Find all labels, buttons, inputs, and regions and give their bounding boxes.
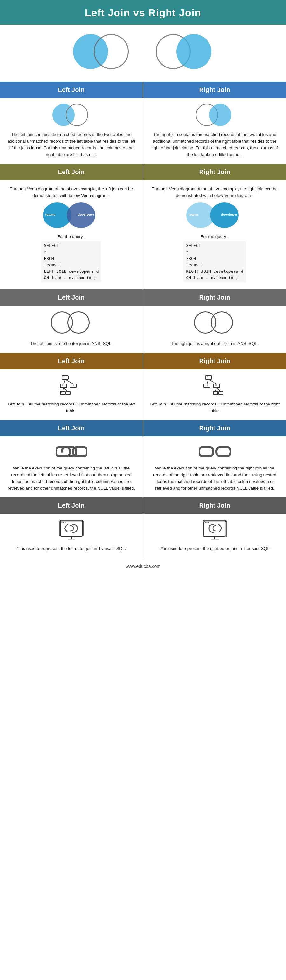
svg-rect-1 <box>60 384 67 388</box>
section-6-header: Left Join Right Join <box>0 498 286 514</box>
section-4-right-label: Right Join <box>143 353 286 369</box>
svg-point-26 <box>207 377 207 377</box>
section-transact-sql: Left Join Right Join *= is used <box>0 498 286 558</box>
ansi-venn-right <box>194 311 235 337</box>
section-3-content: The left join is a left outer join in AN… <box>0 305 286 353</box>
ansi-right-circle <box>67 311 90 334</box>
section-venn-diagram: Left Join Right Join Through Venn diagra… <box>0 164 286 290</box>
vlc-right-label-r: developer <box>221 212 238 217</box>
svg-marker-34 <box>64 524 68 533</box>
svg-point-31 <box>213 393 214 393</box>
svg-rect-22 <box>219 391 223 395</box>
section-matching-records: Left Join Right Join <box>0 353 286 420</box>
ansi-venn-left <box>51 311 92 337</box>
section-execution: Left Join Right Join While the execution… <box>0 420 286 498</box>
section-4-left-content: Left Join = All the matching records + u… <box>0 369 143 420</box>
svg-point-38 <box>63 522 64 523</box>
svg-rect-32 <box>60 521 83 536</box>
svg-line-20 <box>209 379 216 384</box>
section-6-left-text: *= is used to represent the left outer j… <box>6 546 136 552</box>
section-3-right-text: The right join is a right outer join in … <box>150 340 280 347</box>
section-1-left-content: The left join contains the matched recor… <box>0 98 143 164</box>
left-join-top-venn <box>73 34 130 72</box>
svg-line-4 <box>65 379 73 384</box>
svg-point-13 <box>60 393 61 393</box>
svg-point-11 <box>62 385 63 386</box>
small-venn-right <box>196 104 234 127</box>
svg-point-14 <box>71 385 73 386</box>
vlc-left-label: teams <box>46 212 55 217</box>
svg-rect-17 <box>204 384 210 388</box>
section-1-right-content: The right join contains the matched reco… <box>143 98 286 164</box>
section-6-content: *= is used to represent the left outer j… <box>0 514 286 558</box>
section-5-left-content: While the execution of the query contain… <box>0 436 143 498</box>
right-join-top-venn <box>156 34 213 72</box>
page-title: Left Join vs Right Join <box>0 0 286 24</box>
section-1-right-text: The right join contains the matched reco… <box>150 132 280 158</box>
section-2-right-query: SELECT * FROM teams t RIGHT JOIN develop… <box>183 241 246 282</box>
venn-labels-left: teams developer <box>43 202 100 231</box>
svg-point-39 <box>65 522 65 523</box>
section-2-right-content: Through Venn diagram of the above exampl… <box>143 180 286 290</box>
section-1-left-label: Left Join <box>0 82 143 98</box>
section-venn-description: Left Join Right Join The left join conta… <box>0 82 286 164</box>
svg-rect-6 <box>66 391 70 395</box>
section-2-content: Through Venn diagram of the above exampl… <box>0 180 286 290</box>
section-3-left-label: Left Join <box>0 290 143 305</box>
svg-line-24 <box>216 388 221 391</box>
svg-point-28 <box>207 385 207 386</box>
svg-point-27 <box>205 385 206 386</box>
section-4-right-content: Left Join = All the matching records + u… <box>143 369 286 420</box>
svg-line-8 <box>63 388 68 391</box>
section-1-content: The left join contains the matched recor… <box>0 98 286 164</box>
section-2-right-label: Right Join <box>143 164 286 180</box>
section-2-left-content: Through Venn diagram of the above exampl… <box>0 180 143 290</box>
svg-rect-18 <box>213 384 220 388</box>
section-3-right-label: Right Join <box>143 290 286 305</box>
chain-icon-right <box>199 442 231 461</box>
section-1-left-text: The left join contains the matched recor… <box>6 132 136 158</box>
section-6-left-label: Left Join <box>0 498 143 514</box>
svg-point-37 <box>61 522 62 523</box>
section-2-left-query: SELECT * FROM teams t LEFT JOIN develope… <box>41 241 101 282</box>
section-3-left-text: The left join is a left outer join in AN… <box>6 340 136 347</box>
section-6-right-label: Right Join <box>143 498 286 514</box>
section-1-header: Left Join Right Join <box>0 82 286 98</box>
svg-point-30 <box>216 385 217 386</box>
svg-rect-2 <box>70 384 76 388</box>
small-venn-left <box>52 104 90 127</box>
small-right-circle-outline <box>66 104 88 126</box>
section-4-left-text: Left Join = All the matching records + u… <box>6 401 136 414</box>
svg-line-19 <box>207 379 209 384</box>
svg-rect-16 <box>205 375 212 379</box>
section-5-left-label: Left Join <box>0 420 143 436</box>
section-5-right-label: Right Join <box>143 420 286 436</box>
svg-line-3 <box>63 379 65 384</box>
top-venn-section <box>0 24 286 82</box>
section-5-header: Left Join Right Join <box>0 420 286 436</box>
vlc-right-label: developer <box>78 212 94 217</box>
svg-point-12 <box>63 385 64 386</box>
section-3-header: Left Join Right Join <box>0 290 286 305</box>
footer-url: www.educba.com <box>125 564 161 569</box>
small-right-circle-blue <box>209 104 231 126</box>
svg-rect-0 <box>62 375 68 379</box>
section-ansi-sql: Left Join Right Join The left join is a … <box>0 290 286 353</box>
db-hierarchy-icon-left <box>59 375 84 397</box>
monitor-icon-right <box>202 519 228 542</box>
venn-labels-right: teams developer <box>186 202 243 231</box>
section-2-left-label: Left Join <box>0 164 143 180</box>
section-5-right-text: While the execution of the query contain… <box>150 465 280 492</box>
section-2-right-query-label: For the query - <box>150 234 280 240</box>
footer: www.educba.com <box>0 558 286 574</box>
db-hierarchy-icon-right <box>202 375 228 397</box>
section-6-left-content: *= is used to represent the left outer j… <box>0 514 143 558</box>
section-2-left-intro: Through Venn diagram of the above exampl… <box>6 186 136 199</box>
section-2-left-query-label: For the query - <box>6 234 136 240</box>
svg-point-46 <box>206 522 207 523</box>
svg-point-10 <box>63 377 64 377</box>
svg-rect-33 <box>60 520 83 537</box>
right-circle-outline <box>94 34 129 69</box>
svg-point-45 <box>205 522 205 523</box>
svg-rect-41 <box>203 520 227 537</box>
